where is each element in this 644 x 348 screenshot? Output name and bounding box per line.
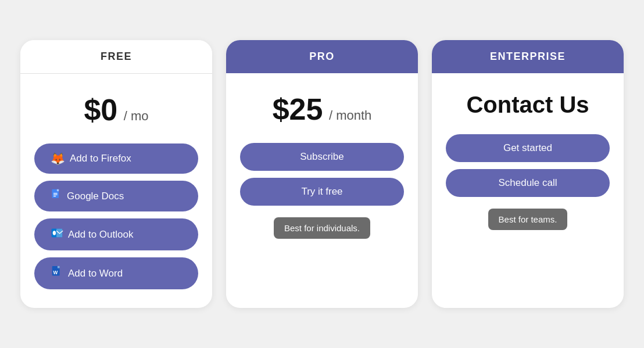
plan-buttons-free: 🦊 Add to Firefox Google Docs Add to Outl… — [20, 143, 212, 289]
subscribe-button[interactable]: Subscribe — [240, 143, 404, 171]
pricing-container: FREE $0 / mo 🦊 Add to Firefox Google Doc… — [0, 17, 644, 331]
enterprise-badge: Best for teams. — [488, 209, 568, 230]
word-icon: W — [51, 266, 63, 281]
svg-point-7 — [53, 231, 56, 235]
outlook-icon — [51, 227, 63, 242]
get-started-button[interactable]: Get started — [446, 134, 610, 162]
schedule-call-button[interactable]: Schedule call — [446, 169, 610, 197]
plan-card-pro: PRO $25 / month Subscribe Try it free Be… — [226, 40, 418, 308]
plan-price-enterprise: Contact Us — [432, 73, 624, 134]
plan-price-free: $0 / mo — [20, 74, 212, 143]
price-amount-free: $0 — [84, 93, 117, 127]
svg-rect-1 — [57, 189, 59, 191]
pro-badge: Best for individuals. — [274, 217, 370, 239]
add-firefox-button[interactable]: 🦊 Add to Firefox — [34, 143, 198, 174]
price-period-free: / mo — [124, 109, 149, 123]
plan-price-pro: $25 / month — [226, 73, 418, 143]
plan-header-enterprise: ENTERPRISE — [432, 40, 624, 73]
plan-header-pro: PRO — [226, 40, 418, 73]
try-free-button[interactable]: Try it free — [240, 178, 404, 206]
svg-rect-10 — [58, 266, 60, 268]
add-outlook-button[interactable]: Add to Outlook — [34, 218, 198, 250]
firefox-icon: 🦊 — [51, 152, 65, 166]
plan-card-free: FREE $0 / mo 🦊 Add to Firefox Google Doc… — [20, 40, 212, 308]
plan-card-enterprise: ENTERPRISE Contact Us Get started Schedu… — [432, 40, 624, 308]
plan-buttons-enterprise: Get started Schedule call Best for teams… — [432, 134, 624, 230]
svg-text:W: W — [53, 270, 58, 275]
google-docs-icon — [51, 189, 62, 203]
add-google-docs-button[interactable]: Google Docs — [34, 181, 198, 211]
price-amount-pro: $25 — [273, 92, 323, 126]
plan-buttons-pro: Subscribe Try it free Best for individua… — [226, 143, 418, 239]
plan-header-free: FREE — [20, 40, 212, 74]
price-contact-us: Contact Us — [466, 92, 589, 117]
price-period-pro: / month — [329, 108, 371, 123]
add-word-button[interactable]: W Add to Word — [34, 257, 198, 289]
